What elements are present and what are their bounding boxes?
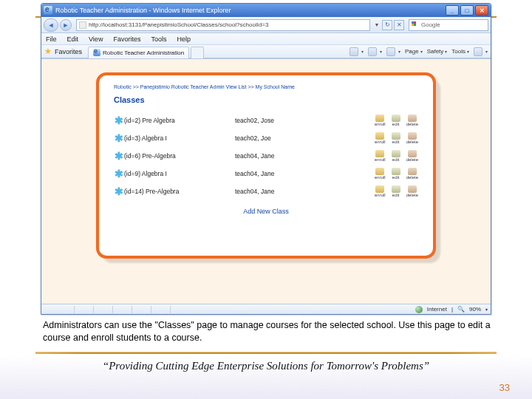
class-name[interactable]: (id=2) Pre Algebra bbox=[124, 117, 235, 124]
ie-icon bbox=[44, 6, 52, 15]
menu-file[interactable]: File bbox=[46, 35, 57, 43]
zoom-icon[interactable]: 🔍 bbox=[457, 306, 465, 313]
class-name[interactable]: (id=6) Pre-Algebra bbox=[124, 152, 235, 160]
delete-icon bbox=[408, 115, 417, 122]
forward-button[interactable]: ► bbox=[60, 19, 72, 31]
breadcrumb[interactable]: Robotic >> Panepistimio Robotic Teacher … bbox=[114, 84, 418, 89]
classes-panel: Robotic >> Panepistimio Robotic Teacher … bbox=[96, 72, 436, 259]
menu-edit[interactable]: Edit bbox=[67, 35, 79, 43]
class-row: ✱ (id=14) Pre-Algebra teach04, Jane enro… bbox=[114, 183, 418, 200]
enroll-button[interactable]: enroll bbox=[375, 115, 386, 126]
command-bar: ▾ ▾ ▾ Page▾ Safety▾ Tools▾ ▾ bbox=[345, 47, 488, 56]
titlebar: Robotic Teacher Administration - Windows… bbox=[41, 4, 491, 17]
page-menu[interactable]: Page▾ bbox=[405, 48, 423, 55]
enroll-button[interactable]: enroll bbox=[375, 150, 386, 162]
class-row: ✱ (id=2) Pre Algebra teach02, Jose enrol… bbox=[114, 112, 418, 129]
menu-bar: File Edit View Favorites Tools Help bbox=[41, 33, 491, 45]
teacher-name: teach04, Jane bbox=[235, 152, 331, 160]
nav-toolbar: ◄ ► http://localhost:3131/PanepistimioSc… bbox=[41, 17, 491, 33]
browser-viewport: Robotic >> Panepistimio Robotic Teacher … bbox=[41, 58, 491, 304]
edit-button[interactable]: edit bbox=[392, 168, 400, 180]
enroll-icon bbox=[375, 132, 384, 140]
asterisk-icon: ✱ bbox=[114, 168, 124, 180]
enroll-button[interactable]: enroll bbox=[375, 132, 386, 144]
tab-strip: Robotic Teacher Administration bbox=[88, 45, 205, 58]
favorites-star-icon[interactable]: ★ bbox=[44, 47, 52, 56]
page-icon bbox=[79, 21, 86, 29]
edit-icon bbox=[392, 132, 400, 140]
mail-button[interactable]: ▾ bbox=[386, 47, 400, 56]
menu-tools[interactable]: Tools bbox=[151, 35, 166, 43]
new-tab-button[interactable] bbox=[191, 47, 204, 58]
teacher-name: teach04, Jane bbox=[235, 188, 331, 195]
class-name[interactable]: (id=3) Algebra I bbox=[124, 134, 235, 142]
maximize-button[interactable]: □ bbox=[460, 5, 474, 16]
enroll-icon bbox=[375, 168, 384, 175]
search-placeholder: Google bbox=[421, 21, 440, 28]
edit-icon bbox=[392, 185, 400, 193]
asterisk-icon: ✱ bbox=[114, 115, 124, 126]
close-button[interactable]: ✕ bbox=[475, 5, 488, 16]
delete-icon bbox=[408, 132, 417, 140]
tab-active[interactable]: Robotic Teacher Administration bbox=[88, 47, 189, 58]
google-icon bbox=[412, 21, 419, 29]
address-bar[interactable]: http://localhost:3131/PanepistimioSchool… bbox=[76, 19, 370, 31]
window-title: Robotic Teacher Administration - Windows… bbox=[55, 7, 231, 14]
safety-menu[interactable]: Safety▾ bbox=[427, 48, 448, 55]
delete-button[interactable]: delete bbox=[406, 150, 418, 162]
stop-button[interactable]: ✕ bbox=[394, 20, 404, 30]
search-bar[interactable]: Google bbox=[409, 19, 488, 31]
class-name[interactable]: (id=9) Algebra I bbox=[124, 170, 235, 177]
asterisk-icon: ✱ bbox=[114, 150, 124, 162]
url-text: http://localhost:3131/PanepistimioSchool… bbox=[89, 21, 268, 28]
feeds-button[interactable]: ▾ bbox=[368, 47, 382, 56]
refresh-button[interactable]: ↻ bbox=[382, 20, 392, 30]
enroll-button[interactable]: enroll bbox=[375, 168, 386, 180]
minimize-button[interactable]: _ bbox=[446, 5, 459, 16]
back-button[interactable]: ◄ bbox=[44, 18, 58, 32]
class-row: ✱ (id=6) Pre-Algebra teach04, Jane enrol… bbox=[114, 147, 418, 165]
delete-button[interactable]: delete bbox=[406, 168, 418, 180]
delete-icon bbox=[408, 185, 417, 193]
enroll-icon bbox=[375, 150, 384, 157]
edit-icon bbox=[392, 150, 400, 157]
zoom-dropdown[interactable]: ▾ bbox=[485, 307, 488, 312]
edit-icon bbox=[392, 115, 400, 122]
zoom-level[interactable]: 90% bbox=[469, 306, 481, 313]
delete-button[interactable]: delete bbox=[406, 132, 418, 144]
protected-mode-sep: | bbox=[451, 306, 453, 313]
security-zone: Internet bbox=[427, 306, 447, 313]
edit-button[interactable]: edit bbox=[392, 150, 400, 162]
feeds-icon bbox=[368, 47, 377, 56]
menu-favorites[interactable]: Favorites bbox=[113, 35, 140, 43]
delete-icon bbox=[408, 150, 417, 157]
home-icon bbox=[349, 47, 358, 56]
class-name[interactable]: (id=14) Pre-Algebra bbox=[124, 188, 235, 195]
slide-tagline: “Providing Cutting Edge Enterprise Solut… bbox=[0, 360, 532, 372]
add-new-class-link[interactable]: Add New Class bbox=[114, 208, 418, 215]
menu-view[interactable]: View bbox=[89, 35, 103, 43]
delete-button[interactable]: delete bbox=[406, 185, 418, 197]
tab-label: Robotic Teacher Administration bbox=[103, 50, 184, 56]
home-button[interactable]: ▾ bbox=[349, 47, 364, 56]
class-row: ✱ (id=9) Algebra I teach04, Jane enroll … bbox=[114, 165, 418, 183]
teacher-name: teach02, Joe bbox=[235, 134, 331, 142]
tools-menu[interactable]: Tools▾ bbox=[451, 48, 469, 55]
favorites-bar: ★ Favorites Robotic Teacher Administrati… bbox=[41, 45, 491, 58]
enroll-icon bbox=[375, 115, 384, 122]
url-dropdown[interactable]: ▼ bbox=[373, 19, 381, 31]
panel-heading: Classes bbox=[114, 95, 418, 104]
enroll-button[interactable]: enroll bbox=[375, 185, 386, 197]
asterisk-icon: ✱ bbox=[114, 132, 124, 144]
edit-button[interactable]: edit bbox=[392, 132, 400, 144]
edit-button[interactable]: edit bbox=[392, 185, 400, 197]
menu-help[interactable]: Help bbox=[177, 35, 191, 43]
mail-icon bbox=[386, 47, 395, 56]
help-button[interactable]: ▾ bbox=[474, 47, 488, 56]
globe-icon bbox=[415, 306, 423, 313]
delete-icon bbox=[408, 168, 417, 175]
favorites-label[interactable]: Favorites bbox=[55, 48, 82, 55]
status-bar: Internet | 🔍 90% ▾ bbox=[41, 304, 491, 314]
edit-button[interactable]: edit bbox=[392, 115, 400, 126]
delete-button[interactable]: delete bbox=[406, 115, 418, 126]
